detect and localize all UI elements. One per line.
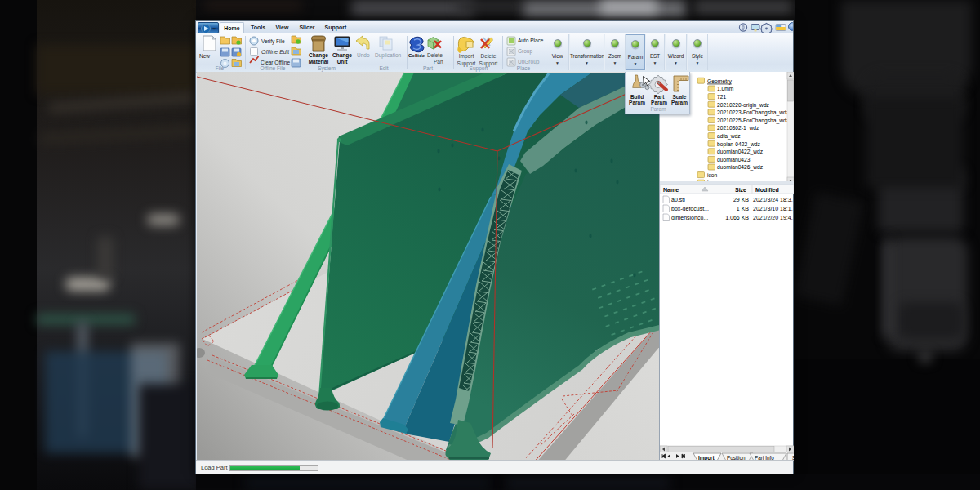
- svg-text:bopian-0422_wdz: bopian-0422_wdz: [717, 141, 760, 148]
- svg-text:20210223-ForChangsha_wdz: 20210223-ForChangsha_wdz: [717, 109, 790, 116]
- svg-text:20210225-ForChangsha_wdz: 20210225-ForChangsha_wdz: [717, 118, 790, 124]
- svg-text:Delete: Delete: [481, 53, 497, 59]
- svg-text:29 KB: 29 KB: [733, 197, 749, 203]
- svg-text:Change: Change: [309, 52, 328, 59]
- svg-text:Auto Place: Auto Place: [518, 38, 544, 43]
- svg-text:Undo: Undo: [357, 52, 370, 58]
- svg-text:1.0mm: 1.0mm: [717, 86, 734, 91]
- svg-text:Part: Part: [434, 59, 443, 65]
- svg-text:2021/3/24 18:3.: 2021/3/24 18:3.: [753, 197, 793, 203]
- svg-text:1,066 KB: 1,066 KB: [725, 215, 749, 220]
- svg-text:Unit: Unit: [337, 59, 348, 65]
- svg-text:UnGroup: UnGroup: [518, 59, 540, 65]
- svg-text:Clear Offline: Clear Offline: [261, 60, 290, 65]
- svg-text:Name: Name: [663, 187, 679, 193]
- svg-text:dimensionco...: dimensionco...: [671, 215, 708, 220]
- svg-text:box-defocust...: box-defocust...: [671, 206, 709, 212]
- svg-text:2021/2/20 19:4.: 2021/2/20 19:4.: [753, 215, 793, 220]
- svg-text:Import: Import: [459, 53, 474, 60]
- svg-text:Duplication: Duplication: [375, 52, 402, 59]
- svg-text:20210302-1_wdz: 20210302-1_wdz: [717, 125, 760, 131]
- svg-text:Geometry: Geometry: [707, 78, 732, 85]
- svg-text:721: 721: [717, 94, 726, 100]
- svg-text:duomian0423: duomian0423: [717, 157, 751, 163]
- svg-text:Verify File: Verify File: [261, 38, 285, 45]
- svg-text:duomian0426_wdz: duomian0426_wdz: [717, 164, 764, 171]
- svg-text:2021/3/10 18:1.: 2021/3/10 18:1.: [753, 206, 793, 212]
- svg-text:Delete: Delete: [427, 52, 443, 58]
- svg-text:1 KB: 1 KB: [737, 206, 750, 212]
- svg-text:Collide: Collide: [408, 53, 425, 58]
- svg-text:20210220-origin_wdz: 20210220-origin_wdz: [717, 102, 770, 109]
- svg-text:Offline Edit: Offline Edit: [261, 49, 290, 55]
- svg-text:Change: Change: [332, 52, 352, 59]
- svg-text:Material: Material: [309, 59, 329, 65]
- svg-text:Size: Size: [735, 187, 746, 193]
- svg-text:icon: icon: [707, 172, 718, 178]
- svg-text:a0.stl: a0.stl: [671, 197, 685, 203]
- svg-text:Group: Group: [518, 48, 532, 55]
- svg-text:adfa_wdz: adfa_wdz: [717, 133, 741, 140]
- svg-text:Modified: Modified: [755, 187, 779, 193]
- svg-text:duomian0422_wdz: duomian0422_wdz: [717, 149, 764, 155]
